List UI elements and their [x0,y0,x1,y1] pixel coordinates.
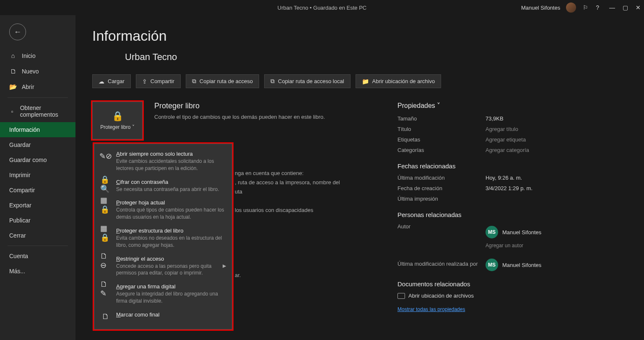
prop-label: Etiquetas [397,136,486,143]
protect-section-title: Proteger libro [154,102,351,110]
sidebar-item-inicio[interactable]: ⌂Inicio [0,48,75,63]
sidebar-item-nuevo[interactable]: 🗋Nuevo [0,63,75,79]
dropdown-item[interactable]: ▦🔒 Proteger hoja actual Controla qué tip… [94,196,232,224]
sidebar-item-compartir[interactable]: Compartir [0,183,75,198]
nav-icon: ⌂ [9,52,17,59]
sidebar-item-obtener-complementos[interactable]: ▫Obtener complementos [0,100,75,122]
dropdown-item-desc: Asegure la integridad del libro agregand… [116,290,226,305]
dropdown-item-icon: 🗋✎ [100,283,111,294]
prop-value: Hoy, 9:26 a. m. [486,175,522,181]
author-label: Autor [397,223,486,238]
nav-icon: ▫ [9,108,15,115]
dates-header: Fechas relacionadas [397,162,627,170]
titlebar-title: Urban Tecno • Guardado en Este PC [278,5,366,11]
dropdown-item-title: Proteger estructura del libro [116,228,226,234]
nav-icon: 📂 [9,83,17,91]
lastmod-by-label: Última modificación realizada por [397,261,486,267]
sidebar-item-cerrar[interactable]: Cerrar [0,228,75,243]
dropdown-item-title: Abrir siempre como solo lectura [116,151,226,157]
back-arrow-icon: ← [14,28,21,37]
document-title: Urban Tecno [125,52,627,63]
action-icon: 📁 [362,78,369,85]
prop-label: Última impresión [397,196,486,202]
dropdown-item-desc: Evita cambios no deseados en la estructu… [116,235,226,249]
properties-header[interactable]: Propiedades ˅ [397,102,627,110]
dropdown-item-icon: 🗋 [100,311,111,322]
sidebar-item-imprimir[interactable]: Imprimir [0,167,75,183]
sidebar-item-cuenta[interactable]: Cuenta [0,248,75,264]
action-compartir[interactable]: ⇪Compartir [136,74,181,88]
author-avatar: MS [486,226,498,238]
people-header: Personas relacionadas [397,211,627,218]
sidebar-item-publicar[interactable]: Publicar [0,213,75,228]
protect-tile-label: Proteger libro ˅ [100,124,134,130]
dropdown-item-title: Cifrar con contraseña [116,179,226,185]
show-all-properties[interactable]: Mostrar todas las propiedades [397,306,627,312]
nav-icon: 🗋 [9,68,17,75]
sidebar: ← ⌂Inicio🗋Nuevo📂Abrir▫Obtener complement… [0,15,75,340]
protect-section-desc: Controle el tipo de cambios que los demá… [154,113,351,121]
prop-label: Tamaño [397,115,486,122]
minimize-icon[interactable]: — [609,4,615,11]
prop-value[interactable]: Agregar categoría [486,147,529,153]
dropdown-item-desc: Controla qué tipos de cambios pueden hac… [116,207,226,221]
dropdown-item[interactable]: 🗋 Marcar como final [94,308,232,326]
prop-value[interactable]: Agregar etiqueta [486,136,526,143]
prop-value: 73,9KB [486,115,504,122]
dropdown-item-desc: Se necesita una contraseña para abrir el… [116,186,226,193]
dropdown-item-title: Marcar como final [116,311,226,318]
lastmod-name: Manuel Sifontes [502,262,541,268]
dropdown-item-icon: ▦🔒 [100,199,111,210]
dropdown-item-desc: Concede acceso a las personas pero quita… [116,263,218,277]
user-name: Manuel Sifontes [521,5,560,11]
back-button[interactable]: ← [9,24,26,40]
maximize-icon[interactable]: ▢ [623,4,628,11]
sidebar-item-guardar-como[interactable]: Guardar como [0,152,75,167]
action-icon: ⇪ [142,78,147,85]
related-docs-header: Documentos relacionados [397,280,627,288]
dropdown-item[interactable]: ▦🔒 Proteger estructura del libro Evita c… [94,224,232,252]
dropdown-item[interactable]: 🗋⊖ Restringir el acceso Concede acceso a… [94,252,232,280]
page-title: Información [92,28,627,44]
add-author[interactable]: Agregar un autor [486,243,627,248]
author-name: Manuel Sifontes [502,229,541,235]
action-copiar-ruta-de-acceso-local[interactable]: ⧉Copiar ruta de acceso local [264,74,351,88]
prop-label: Título [397,126,486,132]
lastmod-avatar: MS [486,259,498,271]
chevron-right-icon: ▶ [223,263,226,269]
action-cargar[interactable]: ☁Cargar [92,74,131,88]
prop-label: Fecha de creación [397,185,486,191]
dropdown-item-title: Proteger hoja actual [116,199,226,206]
folder-icon [397,293,405,299]
protect-workbook-tile[interactable]: 🔒 Proteger libro ˅ [92,102,143,139]
help-icon[interactable]: ? [595,3,600,12]
dropdown-item-desc: Evite cambios accidentales solicitando a… [116,158,226,172]
prop-label: Última modificación [397,175,486,181]
prop-value: 3/4/2022 1:29 p. m. [486,185,532,191]
close-icon[interactable]: ✕ [636,4,641,11]
dropdown-item-title: Agregar una firma digital [116,283,226,290]
sidebar-item-información[interactable]: Información [0,122,75,137]
dropdown-item-icon: ▦🔒 [100,228,111,238]
prop-label: Categorías [397,147,486,153]
dropdown-item[interactable]: ✎⊘ Abrir siempre como solo lectura Evite… [94,147,232,175]
dropdown-item[interactable]: 🔒🔍 Cifrar con contraseña Se necesita una… [94,175,232,196]
action-copiar-ruta-de-acceso[interactable]: ⧉Copiar ruta de acceso [186,74,259,88]
notification-icon[interactable]: ⚐ [582,3,589,12]
sidebar-item-guardar[interactable]: Guardar [0,137,75,152]
dropdown-item[interactable]: 🗋✎ Agregar una firma digital Asegure la … [94,280,232,308]
sidebar-item-más-[interactable]: Más... [0,264,75,279]
action-abrir-ubicación-de-archivo[interactable]: 📁Abrir ubicación de archivo [356,74,441,88]
prop-value[interactable]: Agregar título [486,126,518,132]
action-icon: ☁ [99,78,104,85]
user-avatar[interactable] [566,3,576,13]
protect-dropdown: ✎⊘ Abrir siempre como solo lectura Evite… [94,144,232,330]
sidebar-item-exportar[interactable]: Exportar [0,198,75,213]
open-file-location[interactable]: Abrir ubicación de archivos [397,293,627,299]
dropdown-item-icon: ✎⊘ [100,151,111,162]
dropdown-item-icon: 🗋⊖ [100,256,111,267]
action-icon: ⧉ [192,78,196,85]
lock-icon: 🔒 [112,111,123,122]
dropdown-item-title: Restringir el acceso [116,256,218,262]
sidebar-item-abrir[interactable]: 📂Abrir [0,79,75,95]
